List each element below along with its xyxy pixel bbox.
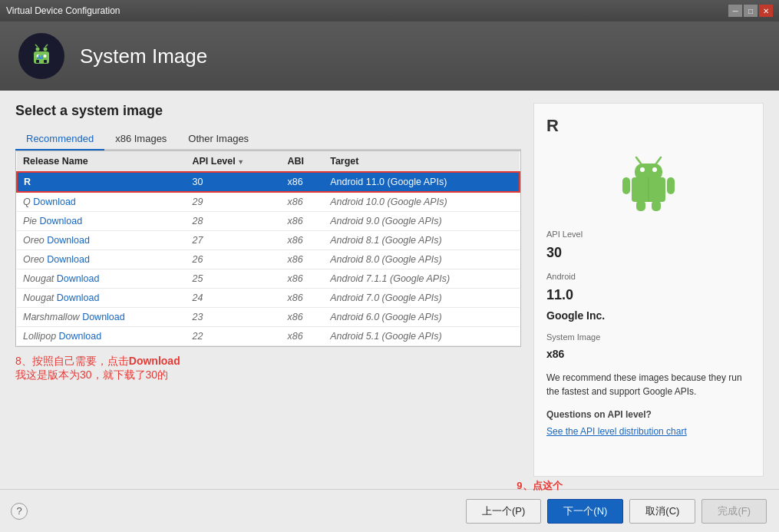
title-bar-title: Virtual Device Configuration	[6, 5, 120, 16]
annotation-line2: 我这是版本为30，就下载了30的	[15, 368, 521, 382]
table-row[interactable]: Nougat Download24x86Android 7.0 (Google …	[17, 289, 520, 308]
app-icon: AI	[18, 33, 64, 79]
android-value: 11.0	[546, 287, 751, 303]
table-row[interactable]: Q Download29x86Android 10.0 (Google APIs…	[17, 192, 520, 212]
download-link[interactable]: Download	[57, 273, 100, 284]
svg-point-16	[652, 167, 657, 172]
finish-button[interactable]: 完成(F)	[701, 499, 767, 524]
table-header-row: Release Name API Level ABI Target	[17, 151, 520, 172]
help-button[interactable]: ?	[11, 503, 28, 520]
api-level-value: 30	[546, 245, 751, 261]
annotation-download-highlight: Download	[129, 355, 180, 367]
system-image-label: System Image	[546, 332, 751, 342]
section-title: Select a system image	[15, 103, 521, 119]
download-link[interactable]: Download	[57, 292, 100, 303]
next-button[interactable]: 下一个(N)	[547, 499, 623, 524]
svg-line-13	[636, 157, 641, 164]
tab-otherimages[interactable]: Other Images	[177, 128, 259, 150]
download-link[interactable]: Download	[82, 312, 125, 322]
tab-x86images[interactable]: x86 Images	[104, 128, 177, 150]
company-value: Google Inc.	[546, 309, 751, 322]
col-abi: ABI	[282, 151, 325, 172]
download-link[interactable]: Download	[40, 216, 83, 226]
svg-rect-9	[44, 60, 47, 63]
table-row[interactable]: Marshmallow Download23x86Android 6.0 (Go…	[17, 308, 520, 327]
col-target: Target	[324, 151, 520, 172]
tab-recommended[interactable]: Recommended	[15, 128, 104, 150]
svg-line-14	[656, 157, 661, 164]
svg-text:AI: AI	[37, 54, 43, 61]
svg-point-7	[44, 55, 47, 58]
android-robot-icon	[618, 151, 679, 213]
main-content: Select a system image Recommended x86 Im…	[0, 91, 779, 489]
table-row[interactable]: Lollipop Download22x86Android 5.1 (Googl…	[17, 327, 520, 346]
footer: ? 上一个(P) 9、点这个 下一个(N) 取消(C) 完成(F)	[0, 489, 779, 532]
svg-rect-19	[636, 200, 645, 211]
title-bar-controls: ─ □ ✕	[728, 5, 773, 17]
selected-release-letter: R	[546, 116, 751, 136]
table-row[interactable]: Oreo Download27x86Android 8.1 (Google AP…	[17, 231, 520, 250]
title-bar: Virtual Device Configuration ─ □ ✕	[0, 0, 779, 21]
maximize-button[interactable]: □	[744, 5, 758, 17]
minimize-button[interactable]: ─	[728, 5, 742, 17]
table-row[interactable]: Oreo Download26x86Android 8.0 (Google AP…	[17, 250, 520, 269]
close-button[interactable]: ✕	[759, 5, 773, 17]
annotation-text: 8、按照自己需要，点击Download 我这是版本为30，就下载了30的	[15, 355, 521, 382]
cancel-button[interactable]: 取消(C)	[629, 499, 695, 524]
prev-button[interactable]: 上一个(P)	[466, 499, 541, 524]
annotation-line1: 8、按照自己需要，点击Download	[15, 355, 521, 368]
download-link[interactable]: Download	[33, 197, 76, 207]
recommend-text: We recommend these images because they r…	[546, 371, 751, 398]
header: AI System Image	[0, 21, 779, 91]
svg-rect-20	[652, 200, 661, 211]
svg-rect-18	[667, 177, 675, 194]
system-image-table: Release Name API Level ABI Target R30x86…	[15, 150, 521, 347]
svg-point-2	[36, 48, 40, 51]
tab-bar: Recommended x86 Images Other Images	[15, 128, 521, 150]
api-link[interactable]: See the API level distribution chart	[546, 426, 751, 437]
table-row[interactable]: R30x86Android 11.0 (Google APIs)	[17, 172, 520, 192]
header-title: System Image	[80, 45, 207, 68]
download-link[interactable]: Download	[47, 254, 90, 265]
download-link[interactable]: Download	[47, 235, 90, 246]
col-release-name: Release Name	[17, 151, 186, 172]
api-question: Questions on API level?	[546, 409, 751, 420]
api-level-label: API Level	[546, 230, 751, 239]
right-panel: R A	[533, 103, 764, 477]
table-row[interactable]: Nougat Download25x86Android 7.1.1 (Googl…	[17, 269, 520, 289]
system-image-value: x86	[546, 348, 751, 360]
svg-rect-17	[622, 177, 630, 194]
android-label: Android	[546, 272, 751, 281]
col-api-level[interactable]: API Level	[186, 151, 281, 172]
svg-point-3	[44, 48, 48, 51]
download-link[interactable]: Download	[59, 331, 102, 342]
svg-point-15	[640, 167, 645, 172]
left-panel: Select a system image Recommended x86 Im…	[15, 103, 521, 477]
table-row[interactable]: Pie Download28x86Android 9.0 (Google API…	[17, 212, 520, 231]
